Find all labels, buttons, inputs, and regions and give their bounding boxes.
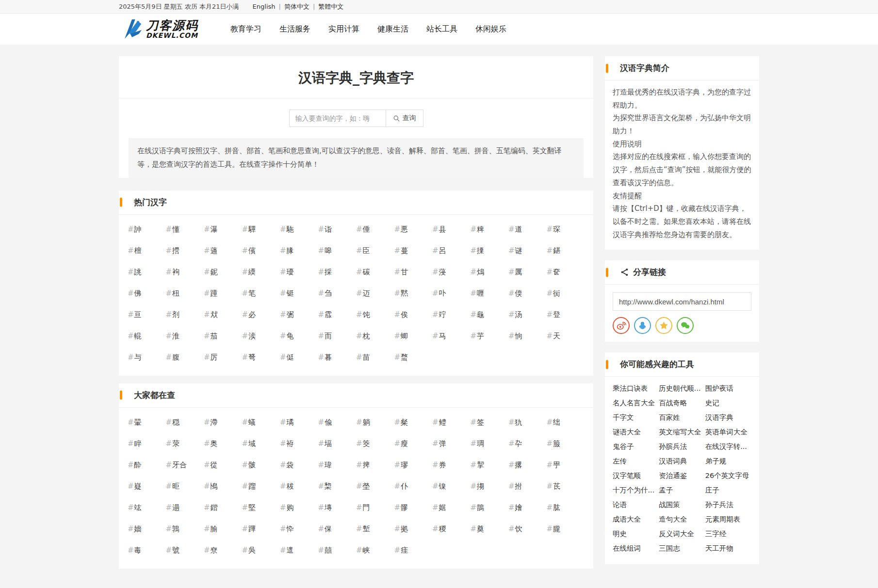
hanzi-link[interactable]: #蝍 <box>394 325 433 347</box>
hanzi-link[interactable]: #酔 <box>128 454 166 476</box>
hanzi-link[interactable]: #璆 <box>394 454 433 476</box>
hanzi-link[interactable]: #尞 <box>204 540 242 561</box>
hanzi-link[interactable]: #棃 <box>318 476 357 497</box>
hanzi-link[interactable]: #鍖 <box>547 240 585 261</box>
hanzi-link[interactable]: #稯 <box>432 518 471 540</box>
qzone-icon[interactable] <box>655 317 672 334</box>
hanzi-link[interactable]: #道 <box>508 219 547 240</box>
tool-link[interactable]: 百家姓 <box>659 410 705 425</box>
hanzi-link[interactable]: #腧 <box>204 518 242 540</box>
hanzi-link[interactable]: #奥 <box>204 433 242 454</box>
hanzi-link[interactable]: #邅 <box>280 540 318 561</box>
hanzi-link[interactable]: #箙 <box>547 433 585 454</box>
hanzi-link[interactable]: #遢 <box>166 497 204 518</box>
hanzi-link[interactable]: #佛 <box>128 283 166 304</box>
tool-link[interactable]: 鬼谷子 <box>613 439 659 454</box>
hanzi-link[interactable]: #吳 <box>242 540 280 561</box>
nav-item[interactable]: 健康生活 <box>376 22 409 36</box>
hanzi-link[interactable]: #暮 <box>318 347 357 368</box>
hanzi-link[interactable]: #拊 <box>508 476 547 497</box>
hanzi-link[interactable]: #攚 <box>166 240 204 261</box>
hanzi-link[interactable]: #县 <box>432 219 471 240</box>
hanzi-link[interactable]: #朧 <box>547 518 585 540</box>
hanzi-link[interactable]: #券 <box>432 454 471 476</box>
hanzi-link[interactable]: #鳢 <box>432 412 471 433</box>
hanzi-link[interactable]: #筊 <box>356 433 394 454</box>
language-link[interactable]: 简体中文 <box>284 2 309 11</box>
hanzi-link[interactable]: #鳪 <box>204 476 242 497</box>
hanzi-link[interactable]: #恦 <box>508 325 547 347</box>
hanzi-link[interactable]: #甘 <box>394 261 433 283</box>
hanzi-link[interactable]: #忰 <box>280 518 318 540</box>
hanzi-link[interactable]: #訷 <box>128 219 166 240</box>
hanzi-link[interactable]: #渎 <box>242 325 280 347</box>
hanzi-link[interactable]: #髎 <box>394 497 433 518</box>
hanzi-link[interactable]: #袧 <box>166 261 204 283</box>
tool-link[interactable]: 孙膑兵法 <box>659 439 705 454</box>
hanzi-link[interactable]: #鶉 <box>166 518 204 540</box>
hanzi-link[interactable]: #秡 <box>280 476 318 497</box>
hanzi-link[interactable]: #芋 <box>471 325 509 347</box>
share-url-input[interactable] <box>613 292 751 311</box>
tool-link[interactable]: 反义词大全 <box>659 526 705 541</box>
hanzi-link[interactable]: #躺 <box>356 412 394 433</box>
hanzi-link[interactable]: #牙合 <box>166 454 204 476</box>
tool-link[interactable]: 弟子规 <box>705 454 751 468</box>
tool-link[interactable]: 孟子 <box>659 483 705 497</box>
hanzi-link[interactable]: #腹 <box>166 347 204 368</box>
hanzi-link[interactable]: #蔓 <box>394 240 433 261</box>
hanzi-link[interactable]: #蟻 <box>242 412 280 433</box>
hanzi-link[interactable]: #囍 <box>318 540 357 561</box>
tool-link[interactable]: 庄子 <box>705 483 751 497</box>
hanzi-link[interactable]: #嶷 <box>128 476 166 497</box>
tool-link[interactable]: 天工开物 <box>705 541 751 556</box>
hanzi-link[interactable]: #鵲 <box>471 497 509 518</box>
hanzi-link[interactable]: #侹 <box>280 347 318 368</box>
tool-link[interactable]: 名人名言大全 <box>613 396 659 410</box>
hanzi-link[interactable]: #儐 <box>242 240 280 261</box>
hanzi-link[interactable]: #购 <box>280 497 318 518</box>
tool-link[interactable]: 孙子兵法 <box>705 497 751 512</box>
tool-link[interactable]: 资治通鉴 <box>659 468 705 483</box>
tool-link[interactable]: 围炉夜话 <box>705 381 751 396</box>
search-input[interactable] <box>289 110 386 127</box>
hanzi-link[interactable]: #輥 <box>128 325 166 347</box>
hanzi-link[interactable]: #茋 <box>547 476 585 497</box>
hanzi-link[interactable]: #迈 <box>356 283 394 304</box>
hanzi-link[interactable]: #誂 <box>128 261 166 283</box>
hanzi-link[interactable]: #域 <box>242 433 280 454</box>
hanzi-link[interactable]: #枕 <box>356 325 394 347</box>
hanzi-link[interactable]: #塹 <box>356 518 394 540</box>
hanzi-link[interactable]: #驆 <box>242 219 280 240</box>
tool-link[interactable]: 汉字笔顺 <box>613 468 659 483</box>
wechat-icon[interactable] <box>677 317 694 334</box>
hanzi-link[interactable]: #亘 <box>128 304 166 325</box>
tool-link[interactable]: 谜语大全 <box>613 425 659 439</box>
hanzi-link[interactable]: #璚 <box>280 412 318 433</box>
hanzi-link[interactable]: #採 <box>318 261 357 283</box>
hanzi-link[interactable]: #竑 <box>128 497 166 518</box>
hanzi-link[interactable]: #瀑 <box>204 219 242 240</box>
hanzi-link[interactable]: #弻 <box>280 304 318 325</box>
hanzi-link[interactable]: #㹜 <box>204 304 242 325</box>
hanzi-link[interactable]: #塼 <box>318 497 357 518</box>
hanzi-link[interactable]: #踵 <box>204 283 242 304</box>
hanzi-link[interactable]: #茄 <box>204 325 242 347</box>
hanzi-link[interactable]: #奁 <box>547 261 585 283</box>
hanzi-link[interactable]: #竚 <box>432 304 471 325</box>
hanzi-link[interactable]: #肱 <box>547 497 585 518</box>
hanzi-link[interactable]: #撂 <box>508 454 547 476</box>
nav-item[interactable]: 教育学习 <box>229 22 262 36</box>
hanzi-link[interactable]: #饨 <box>356 304 394 325</box>
hanzi-link[interactable]: #翬 <box>128 412 166 433</box>
nav-item[interactable]: 站长工具 <box>425 22 458 36</box>
tool-link[interactable]: 战国策 <box>659 497 705 512</box>
hanzi-link[interactable]: #粲 <box>394 412 433 433</box>
hanzi-link[interactable]: #卟 <box>432 283 471 304</box>
nav-item[interactable]: 休闲娱乐 <box>474 22 507 36</box>
hanzi-link[interactable]: #滯 <box>204 412 242 433</box>
hanzi-link[interactable]: #保 <box>318 518 357 540</box>
search-button[interactable]: 查询 <box>386 110 423 127</box>
hanzi-link[interactable]: #与 <box>128 347 166 368</box>
tool-link[interactable]: 十万个为什... <box>613 483 659 497</box>
